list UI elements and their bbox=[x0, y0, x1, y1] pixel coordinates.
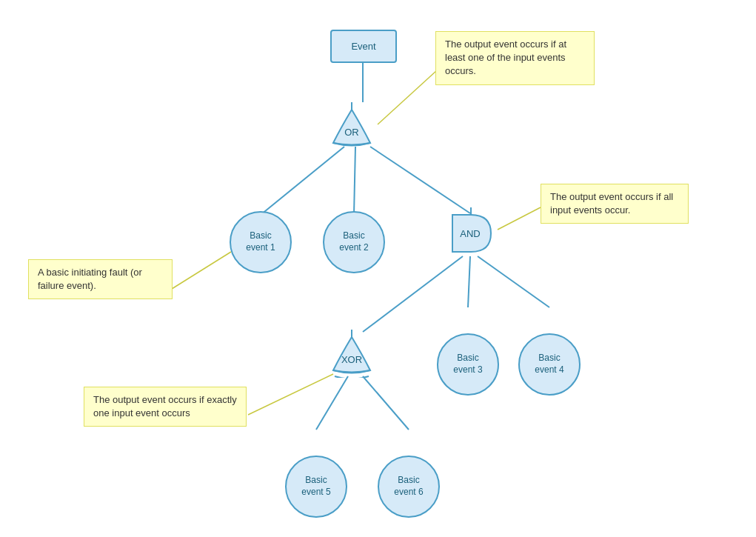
basic-event-5: Basicevent 5 bbox=[285, 456, 347, 518]
svg-line-2 bbox=[354, 147, 355, 215]
basic-event-1: Basicevent 1 bbox=[230, 211, 292, 273]
svg-line-1 bbox=[261, 147, 344, 215]
basic-event-4: Basicevent 4 bbox=[518, 333, 581, 396]
svg-line-4 bbox=[363, 256, 463, 332]
svg-line-9 bbox=[378, 70, 437, 124]
svg-line-7 bbox=[316, 376, 348, 430]
svg-line-6 bbox=[478, 256, 549, 307]
and-callout: The output event occurs if all input eve… bbox=[541, 184, 689, 224]
or-gate: OR bbox=[326, 102, 378, 153]
or-callout: The output event occurs if at least one … bbox=[435, 31, 595, 85]
and-gate: AND bbox=[445, 207, 497, 262]
xor-gate: XOR bbox=[326, 326, 378, 381]
basic-event-3: Basicevent 3 bbox=[437, 333, 499, 396]
event-node: Event bbox=[330, 30, 397, 63]
svg-text:XOR: XOR bbox=[341, 354, 362, 365]
svg-line-3 bbox=[370, 147, 470, 213]
svg-line-11 bbox=[172, 252, 231, 289]
svg-line-5 bbox=[468, 256, 470, 307]
xor-callout: The output event occurs if exactly one i… bbox=[84, 387, 247, 427]
svg-line-10 bbox=[498, 207, 541, 230]
svg-line-12 bbox=[248, 374, 333, 415]
basic-event-6: Basicevent 6 bbox=[378, 456, 440, 518]
diagram-container: Event OR AND XOR bbox=[0, 0, 756, 537]
svg-text:OR: OR bbox=[344, 127, 359, 138]
basic-event-2: Basicevent 2 bbox=[323, 211, 385, 273]
basic-event-callout: A basic initiating fault (or failure eve… bbox=[28, 259, 173, 299]
svg-text:AND: AND bbox=[460, 228, 480, 239]
svg-line-8 bbox=[363, 376, 409, 430]
